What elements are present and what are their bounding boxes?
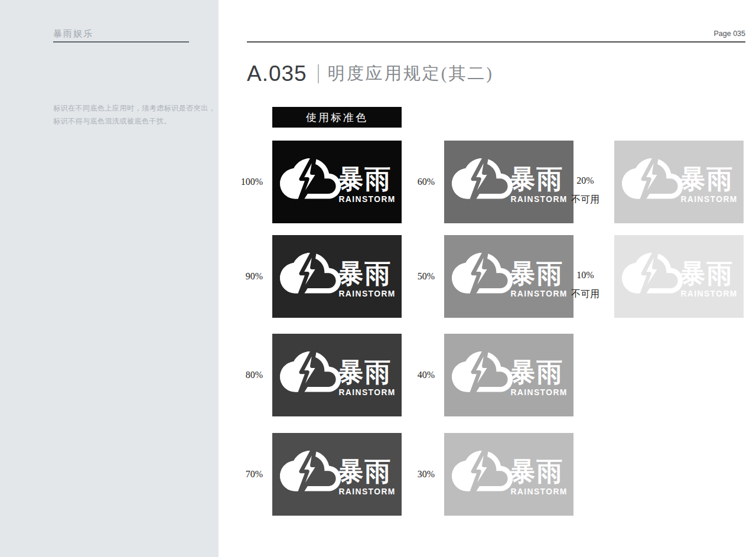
logo-swatch-60 <box>444 141 573 223</box>
standard-color-label: 使用标准色 <box>306 110 368 125</box>
logo-swatch-20 <box>614 141 744 223</box>
swatch-row-90: 90% <box>221 235 402 318</box>
logo-swatch-10 <box>614 235 744 318</box>
sidebar-title-underline <box>53 41 189 43</box>
unusable-label: 不可用 <box>571 194 599 206</box>
swatch-row-40: 40% <box>393 334 573 416</box>
sidebar-panel: 暴雨娱乐 标识在不同底色上应用时，须考虑标识是否突出， 标识不得与底色混洗或被底… <box>0 0 219 557</box>
logo-swatch-40 <box>444 334 573 416</box>
standard-color-box: 使用标准色 <box>272 107 402 128</box>
swatch-row-80: 80% <box>221 334 402 416</box>
rainstorm-logo <box>618 240 740 313</box>
rainstorm-logo <box>448 438 570 511</box>
rainstorm-logo <box>276 145 398 219</box>
percent-label: 60% <box>393 141 444 223</box>
swatch-row-100: 100% <box>221 141 402 223</box>
logo-swatch-100 <box>272 141 402 223</box>
percent-label: 90% <box>221 235 272 318</box>
percent-label: 70% <box>221 433 272 516</box>
swatch-row-30: 30% <box>393 433 573 516</box>
swatch-row-60: 60% <box>393 141 573 223</box>
swatch-row-10: 10% 不可用 <box>563 235 744 318</box>
rainstorm-logo <box>448 240 570 313</box>
sidebar-note-line2: 标识不得与底色混洗或被底色干扰。 <box>53 115 216 128</box>
sidebar-note-line1: 标识在不同底色上应用时，须考虑标识是否突出， <box>53 102 216 115</box>
percent-label: 50% <box>393 235 444 318</box>
percent-label: 80% <box>221 334 272 416</box>
rainstorm-logo <box>276 240 398 313</box>
percent-label-group: 20% 不可用 <box>563 141 614 223</box>
swatch-row-20: 20% 不可用 <box>563 141 744 223</box>
percent-label-group: 10% 不可用 <box>563 235 614 318</box>
logo-swatch-90 <box>272 235 402 318</box>
rainstorm-logo <box>448 145 570 219</box>
header-rule <box>247 41 745 43</box>
rainstorm-logo <box>276 438 398 511</box>
title-divider <box>318 64 319 83</box>
logo-swatch-30 <box>444 433 573 516</box>
percent-label: 100% <box>221 141 272 223</box>
section-code: A.035 <box>247 61 307 86</box>
page-number-label: Page 035 <box>713 30 745 38</box>
rainstorm-logo <box>448 338 570 412</box>
logo-swatch-50 <box>444 235 573 318</box>
swatch-row-70: 70% <box>221 433 402 516</box>
percent-label: 30% <box>393 433 444 516</box>
sidebar-note: 标识在不同底色上应用时，须考虑标识是否突出， 标识不得与底色混洗或被底色干扰。 <box>53 102 216 128</box>
percent-label: 40% <box>393 334 444 416</box>
sidebar-brand-title: 暴雨娱乐 <box>53 28 93 40</box>
percent-label: 10% <box>576 270 594 281</box>
section-title: 明度应用规定(其二) <box>328 62 494 86</box>
swatch-row-50: 50% <box>393 235 573 318</box>
logo-swatch-70 <box>272 433 402 516</box>
rainstorm-logo <box>276 338 398 412</box>
page-title: A.035 明度应用规定(其二) <box>247 61 494 87</box>
logo-swatch-80 <box>272 334 402 416</box>
percent-label: 20% <box>576 175 594 186</box>
rainstorm-logo <box>618 145 740 219</box>
unusable-label: 不可用 <box>571 288 599 301</box>
